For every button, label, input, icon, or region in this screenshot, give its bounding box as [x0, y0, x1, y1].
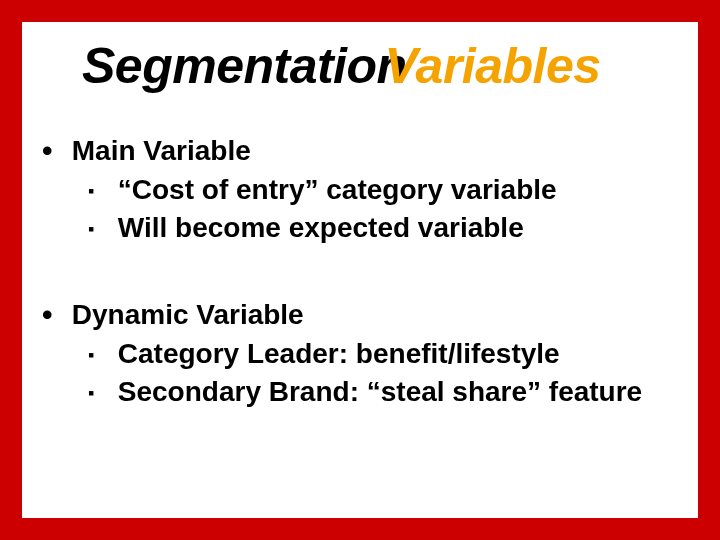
slide-border: SegmentationVariables Main Variable “Cos… [0, 0, 720, 540]
spacer [42, 248, 688, 296]
section-heading-text: Dynamic Variable [72, 299, 304, 330]
slide-title: SegmentationVariables [82, 40, 688, 93]
section-heading: Main Variable [42, 132, 688, 170]
section-heading: Dynamic Variable [42, 296, 688, 334]
bullet-text: Category Leader: benefit/lifestyle [118, 338, 560, 369]
bullet-item: Secondary Brand: “steal share” feature [42, 374, 688, 410]
bullet-text: “Cost of entry” category variable [118, 174, 557, 205]
slide-body: Main Variable “Cost of entry” category v… [42, 132, 688, 412]
bullet-item: Will become expected variable [42, 210, 688, 246]
bullet-text: Will become expected variable [118, 212, 524, 243]
bullet-item: Category Leader: benefit/lifestyle [42, 336, 688, 372]
section-heading-text: Main Variable [72, 135, 251, 166]
slide-canvas: SegmentationVariables Main Variable “Cos… [22, 22, 698, 518]
title-part-1: Segmentation [82, 38, 407, 94]
bullet-text: Secondary Brand: “steal share” feature [118, 376, 642, 407]
bullet-item: “Cost of entry” category variable [42, 172, 688, 208]
title-part-2: Variables [385, 38, 601, 94]
